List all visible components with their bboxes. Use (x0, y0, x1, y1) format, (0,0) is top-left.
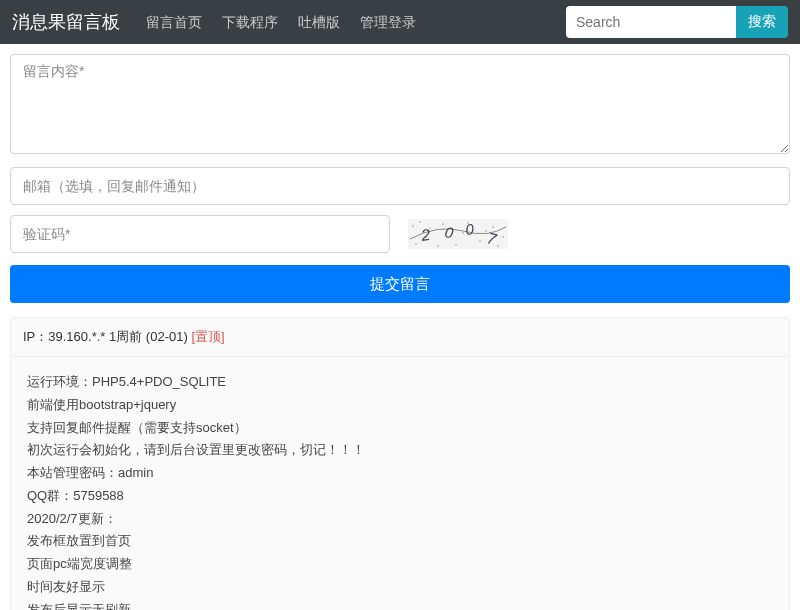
svg-point-2 (419, 221, 421, 223)
search-input[interactable] (566, 6, 736, 38)
nav-link-download[interactable]: 下载程序 (212, 0, 288, 44)
email-input[interactable] (10, 167, 790, 205)
post-card: IP：39.160.*.* 1周前 (02-01) [置顶] 运行环境：PHP5… (10, 317, 790, 610)
navbar: 消息果留言板 留言首页 下载程序 吐槽版 管理登录 搜索 (0, 0, 800, 44)
pin-badge: [置顶] (191, 329, 224, 344)
post-line: QQ群：5759588 (27, 485, 773, 508)
post-line: 运行环境：PHP5.4+PDO_SQLITE (27, 371, 773, 394)
post-line: 时间友好显示 (27, 576, 773, 599)
message-textarea[interactable] (10, 54, 790, 154)
svg-point-1 (412, 225, 414, 227)
svg-point-10 (415, 243, 417, 245)
post-line: 本站管理密码：admin (27, 462, 773, 485)
svg-point-13 (485, 230, 487, 232)
captcha-image[interactable]: 2 0 0 7 (408, 219, 508, 249)
post-line: 发布框放置到首页 (27, 530, 773, 553)
post-line: 支持回复邮件提醒（需要支持socket） (27, 417, 773, 440)
svg-point-9 (502, 236, 504, 238)
svg-point-3 (429, 227, 431, 229)
main-container: 2 0 0 7 提交留言 IP：39.160.*.* 1周前 (02-01) [… (0, 44, 800, 610)
post-line: 发布后显示无刷新 (27, 599, 773, 611)
post-line: 前端使用bootstrap+jquery (27, 394, 773, 417)
nav-link-tucao[interactable]: 吐槽版 (288, 0, 350, 44)
post-line: 页面pc端宽度调整 (27, 553, 773, 576)
submit-button[interactable]: 提交留言 (10, 265, 790, 303)
search-button[interactable]: 搜索 (736, 6, 788, 38)
svg-point-5 (455, 244, 457, 246)
post-body: 运行环境：PHP5.4+PDO_SQLITE 前端使用bootstrap+jqu… (11, 357, 789, 610)
post-line: 初次运行会初始化，请到后台设置里更改密码，切记！！！ (27, 439, 773, 462)
nav-link-admin[interactable]: 管理登录 (350, 0, 426, 44)
svg-point-11 (437, 245, 439, 247)
nav-link-home[interactable]: 留言首页 (136, 0, 212, 44)
post-ip-prefix: IP： (23, 329, 48, 344)
nav-links: 留言首页 下载程序 吐槽版 管理登录 (136, 0, 566, 44)
captcha-svg-icon: 2 0 0 7 (408, 219, 508, 249)
search-group: 搜索 (566, 6, 788, 38)
post-header: IP：39.160.*.* 1周前 (02-01) [置顶] (11, 318, 789, 357)
captcha-row: 2 0 0 7 (10, 215, 790, 253)
captcha-input[interactable] (10, 215, 390, 253)
svg-point-4 (442, 223, 444, 225)
post-line: 2020/2/7更新： (27, 508, 773, 531)
svg-point-7 (479, 240, 481, 242)
svg-point-12 (462, 232, 464, 234)
post-time: 1周前 (02-01) (109, 329, 188, 344)
svg-point-14 (497, 245, 499, 247)
brand-title: 消息果留言板 (12, 10, 120, 34)
svg-point-8 (492, 226, 494, 228)
post-ip: 39.160.*.* (48, 329, 105, 344)
